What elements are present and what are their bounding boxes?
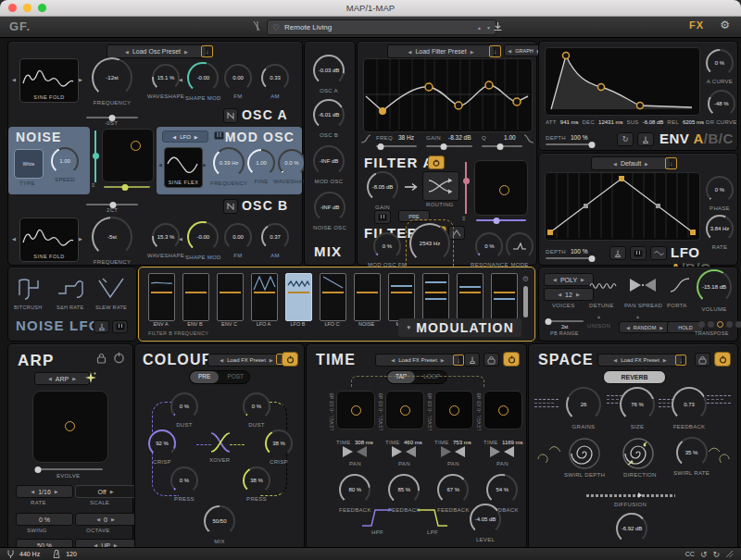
mod-slot-noise[interactable]: [354, 273, 381, 321]
colour-preset-next-icon[interactable]: [270, 357, 273, 363]
close-button[interactable]: [8, 4, 17, 12]
noise-type-display[interactable]: White: [14, 149, 44, 179]
mod-slot-key[interactable]: [491, 273, 518, 321]
time-tap2-pad[interactable]: [385, 391, 424, 429]
time-tap1-pan[interactable]: [340, 444, 370, 459]
time-tap2-pan[interactable]: [389, 444, 419, 459]
time-preset-prev-icon[interactable]: [391, 357, 395, 363]
colour-post-option[interactable]: POST: [219, 371, 250, 383]
colour-pre-option[interactable]: PRE: [190, 371, 219, 383]
mod-osc-source-prev-icon[interactable]: [172, 134, 176, 140]
lfo-wave-icon[interactable]: [650, 246, 667, 260]
space-grains-knob[interactable]: 26 GRAINS: [566, 387, 601, 429]
osc-a-am-knob[interactable]: 0.33 AM: [261, 64, 289, 99]
mod-slot-velo[interactable]: [422, 273, 449, 321]
mod-slot-env-a[interactable]: [148, 273, 175, 321]
edit-icon[interactable]: [252, 20, 261, 31]
osc-preset-selector[interactable]: Load Osc Preset: [107, 44, 207, 58]
colour-xover-icon[interactable]: [209, 429, 232, 455]
volume-knob[interactable]: -15.18 dB VOLUME: [697, 269, 732, 312]
filter-freq-value[interactable]: 38 Hz: [398, 134, 414, 141]
filter-q-slider[interactable]: [482, 145, 522, 147]
env-depth-slider[interactable]: [546, 143, 594, 145]
arp-evolve-dice-icon[interactable]: [84, 371, 97, 384]
mod-osc-frequency-knob[interactable]: 0.39 Hz FREQUENCY: [210, 147, 247, 186]
osc-a-waveform-display[interactable]: SINE FOLD: [19, 58, 79, 103]
voice-mode-prev-icon[interactable]: [553, 277, 557, 282]
undo-icon[interactable]: [700, 550, 708, 559]
filter-gain-slider[interactable]: [426, 145, 472, 147]
time-lpf-icon[interactable]: [416, 507, 449, 528]
filter-a-power-button[interactable]: [428, 156, 445, 169]
mod-osc-source-selector[interactable]: LFO: [162, 131, 208, 143]
filter-xy-vertical-slider[interactable]: [465, 162, 467, 214]
colour-crisp-left-knob[interactable]: 92 % CRISP: [148, 429, 176, 465]
filter-q-value[interactable]: 1.00: [504, 134, 516, 141]
space-direction-icon[interactable]: [622, 437, 655, 470]
filter-b-modosc-fm-knob[interactable]: 0 % MOD OSC FM: [368, 232, 407, 268]
time-tap1-level[interactable]: LEVEL -0.03 dB: [329, 392, 334, 430]
modulation-gear-icon[interactable]: [522, 275, 529, 283]
colour-pre-post-toggle[interactable]: PRE POST: [189, 370, 250, 384]
space-preset-selector[interactable]: Load FX Preset: [597, 354, 683, 367]
osc-b-wave-prev-icon[interactable]: [12, 236, 16, 242]
space-preset-save-icon[interactable]: ↓: [675, 355, 686, 366]
lfo-preset-prev-icon[interactable]: [613, 161, 617, 167]
osc-b-wave-next-icon[interactable]: [79, 236, 82, 242]
filter-preset-selector[interactable]: Load Filter Preset: [387, 44, 495, 58]
voice-count-selector[interactable]: 12: [544, 288, 594, 301]
noise-lfo-keytrack-icon[interactable]: [112, 320, 128, 333]
preset-next-icon[interactable]: [486, 25, 491, 31]
lfo-trigger-icon[interactable]: [609, 246, 626, 260]
time-tap4-pan[interactable]: [487, 444, 517, 459]
noise-lfo-bitcrush-icon[interactable]: [18, 275, 47, 303]
mod-osc-fine-knob[interactable]: 1.00 FINE: [247, 149, 275, 184]
env-display[interactable]: [545, 47, 700, 116]
filter-b-slope-icon[interactable]: [448, 226, 465, 240]
time-tap3-level[interactable]: LEVEL -0.03 dB: [427, 392, 433, 430]
lfo-phase-knob[interactable]: 0 % PHASE: [706, 176, 734, 211]
osc-a-fine-slider[interactable]: [86, 117, 138, 118]
modulation-dropdown-icon[interactable]: [406, 325, 411, 330]
filter-a-gain-knob[interactable]: -8.05 dB GAIN: [367, 171, 398, 210]
env-attack-curve-knob[interactable]: 0 % A CURVE: [706, 49, 734, 84]
osc-b-fm-knob[interactable]: 0.00 FM: [224, 223, 252, 258]
colour-dust-left-knob[interactable]: 0 % DUST: [170, 392, 198, 428]
time-tap2-level[interactable]: LEVEL -0.03 dB: [378, 392, 383, 430]
time-tap4-level[interactable]: LEVEL -0.03 dB: [476, 392, 482, 430]
filter-view-prev-icon[interactable]: [508, 48, 511, 54]
mix-osc-b-knob[interactable]: -6.01 dB OSC B: [313, 99, 345, 138]
mix-osc-a-knob[interactable]: -0.03 dB OSC A: [313, 55, 345, 93]
minimize-button[interactable]: [23, 4, 31, 12]
voice-count-next-icon[interactable]: [576, 292, 580, 297]
osc-a-fm-knob[interactable]: 0.00 FM: [224, 64, 252, 99]
osc-b-waveshape-knob[interactable]: 15.3 % WAVESHAPE: [147, 223, 184, 258]
porta-icon[interactable]: [669, 277, 691, 293]
arp-power-button[interactable]: [113, 352, 125, 364]
arp-octave-prev-icon[interactable]: [96, 516, 100, 522]
filter-b-mode-knob[interactable]: MODE: [506, 232, 534, 268]
colour-preset-prev-icon[interactable]: [220, 357, 223, 363]
env-rel-value[interactable]: 6205 ms: [683, 119, 704, 125]
space-feedback-knob[interactable]: 0.73 FEEDBACK: [672, 387, 707, 429]
mod-osc-wave-prev-icon[interactable]: [158, 162, 162, 168]
traffic-lights[interactable]: [8, 4, 46, 12]
arp-type-next-icon[interactable]: [72, 376, 76, 381]
time-preset-next-icon[interactable]: [441, 357, 445, 363]
cc-indicator[interactable]: CC: [685, 551, 695, 557]
lfo-keytrack-icon[interactable]: [630, 246, 647, 260]
arp-scale-next-icon[interactable]: [110, 489, 114, 494]
time-preset-save-icon[interactable]: ↓: [453, 355, 464, 366]
arp-octave-next-icon[interactable]: [111, 516, 115, 522]
space-swirl-depth-icon[interactable]: [568, 437, 601, 470]
mod-osc-source-next-icon[interactable]: [195, 134, 198, 140]
resize-handle-icon[interactable]: [725, 550, 734, 558]
osc-preset-prev-icon[interactable]: [125, 49, 129, 55]
osc-xy-handle[interactable]: [131, 141, 141, 151]
space-preset-prev-icon[interactable]: [613, 357, 617, 363]
env-att-value[interactable]: 941 ms: [560, 119, 579, 125]
voice-count-prev-icon[interactable]: [558, 292, 561, 297]
noise-lfo-trigger-icon[interactable]: [94, 320, 109, 333]
colour-mix-knob[interactable]: 50/50 MIX: [204, 505, 235, 544]
arp-rate-prev-icon[interactable]: [31, 489, 34, 494]
